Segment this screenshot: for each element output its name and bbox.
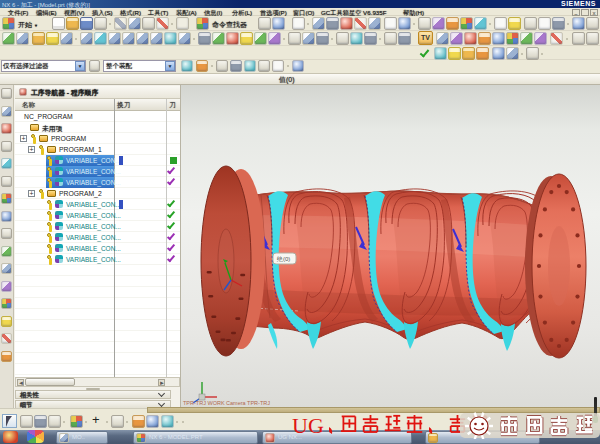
svg-text:UG: UG xyxy=(292,413,324,438)
svg-text:TPR-TRJ WORK Camera TPR-TRJ: TPR-TRJ WORK Camera TPR-TRJ xyxy=(183,400,270,406)
svg-text:绝(0): 绝(0) xyxy=(276,256,290,262)
